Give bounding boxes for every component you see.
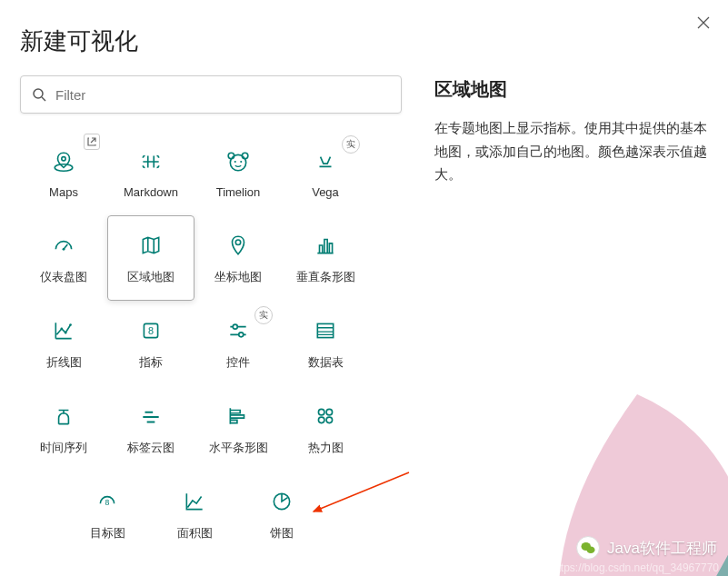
tile-label: 控件 [226,354,250,371]
tile-pie[interactable]: 饼图 [238,472,325,557]
maps-icon [49,147,78,176]
tsvb-icon [49,402,78,431]
svg-text:8: 8 [148,325,154,336]
controls-icon [224,316,253,345]
viz-grid: Maps Markdown Timelion 实 Vega 仪表盘图 [20,130,402,472]
coordmap-icon [224,231,253,260]
svg-point-3 [230,154,245,170]
wechat-icon [576,536,600,560]
tile-label: 指标 [139,354,163,371]
tile-label: 坐标地图 [214,269,262,285]
tile-gauge[interactable]: 仪表盘图 [20,215,107,301]
svg-point-12 [69,323,72,326]
svg-point-6 [234,160,236,162]
search-input[interactable] [55,87,390,103]
search-icon [32,87,46,102]
metric-icon: 8 [136,316,165,345]
experimental-badge: 实 [254,306,273,324]
svg-point-19 [326,409,333,415]
tile-label: 数据表 [308,354,344,371]
tile-label: Timelion [216,185,261,199]
svg-point-2 [62,156,65,160]
tile-coordmap[interactable]: 坐标地图 [194,215,282,301]
svg-point-11 [65,332,67,334]
tile-label: 垂直条形图 [296,269,355,285]
tagcloud-icon [136,402,165,431]
tile-markdown[interactable]: Markdown [107,130,194,215]
tile-timelion[interactable]: Timelion [194,130,282,215]
external-icon [84,134,100,150]
tile-tsvb[interactable]: 时间序列 [20,386,107,472]
vbar-icon [311,231,340,260]
detail-title: 区域地图 [434,77,708,102]
tile-maps[interactable]: Maps [20,130,107,215]
search-box[interactable] [20,75,402,114]
svg-point-0 [34,89,43,98]
watermark: Java软件工程师 [576,536,717,560]
svg-point-9 [235,240,240,244]
tile-label: 折线图 [46,354,82,371]
watermark-text: Java软件工程师 [607,538,717,559]
tile-controls[interactable]: 实 控件 [194,301,282,386]
svg-point-16 [239,333,244,337]
tile-label: 区域地图 [127,269,175,285]
tile-line[interactable]: 折线图 [20,301,107,386]
svg-text:8: 8 [105,498,110,507]
tile-label: 标签云图 [127,440,175,456]
tile-label: 仪表盘图 [40,269,87,285]
tile-heatmap[interactable]: 热力图 [282,386,369,472]
tile-metric[interactable]: 8 指标 [107,301,194,386]
tile-label: 目标图 [90,525,125,541]
table-icon [311,316,340,345]
viz-grid-row5: 8 目标图 面积图 饼图 [64,472,402,557]
hbar-icon [224,402,253,431]
svg-point-8 [63,248,65,251]
svg-point-10 [61,328,64,331]
tile-label: 水平条形图 [209,440,268,456]
tile-label: 饼图 [270,525,294,541]
regionmap-icon [136,231,165,260]
close-button[interactable] [697,16,710,33]
tile-label: Vega [312,185,339,199]
area-icon [180,487,209,516]
heatmap-icon [311,402,340,431]
svg-point-26 [587,547,595,554]
close-icon [697,16,710,29]
tile-hbar[interactable]: 水平条形图 [194,386,282,472]
tile-vega[interactable]: 实 Vega [282,130,369,215]
gauge-icon [49,231,78,260]
tile-regionmap[interactable]: 区域地图 [107,215,194,301]
svg-rect-17 [317,323,333,337]
tile-goal[interactable]: 8 目标图 [64,472,151,557]
tile-label: 时间序列 [40,440,87,456]
line-icon [49,316,78,345]
goal-icon: 8 [93,487,122,516]
watermark-url: https://blog.csdn.net/qq_34967770 [552,561,719,574]
page-title: 新建可视化 [20,25,728,57]
svg-point-7 [240,160,242,162]
tile-area[interactable]: 面积图 [151,472,238,557]
detail-panel: 区域地图 在专题地图上显示指标。使用其中提供的基本地图，或添加自己的地图。颜色越… [402,75,708,557]
svg-point-18 [318,409,324,415]
detail-description: 在专题地图上显示指标。使用其中提供的基本地图，或添加自己的地图。颜色越深表示值越… [434,116,708,186]
tile-label: 面积图 [177,525,213,541]
svg-point-15 [233,324,237,329]
timelion-icon [224,147,253,176]
svg-point-21 [326,417,333,423]
tile-label: Maps [49,185,78,199]
experimental-badge: 实 [342,135,360,154]
pie-icon [267,487,296,516]
tile-vbar[interactable]: 垂直条形图 [282,215,369,301]
vega-icon [311,147,340,176]
svg-point-20 [318,417,324,423]
markdown-icon [136,147,165,176]
tile-label: 热力图 [308,440,344,456]
tile-label: Markdown [124,185,178,199]
tile-tagcloud[interactable]: 标签云图 [107,386,194,472]
tile-table[interactable]: 数据表 [282,301,369,386]
